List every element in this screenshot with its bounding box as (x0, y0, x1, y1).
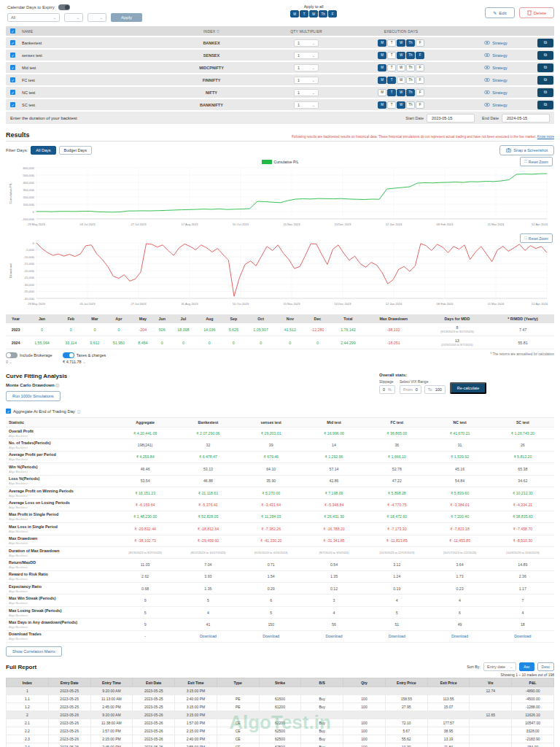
day-W-button[interactable]: W (397, 89, 405, 96)
run-simulations-button[interactable]: Run 1000x Simulations (6, 391, 61, 401)
strategy-link[interactable]: Strategy (459, 66, 532, 70)
day-T-button[interactable]: T (387, 89, 396, 96)
qty-multiplier-select[interactable]: 1⌄ (294, 39, 319, 47)
day-T-button[interactable]: T (300, 10, 308, 18)
strategy-link[interactable]: Strategy (459, 53, 532, 58)
download-trades-cell[interactable]: Download (303, 634, 365, 638)
trade-row[interactable]: 22023-05-269:20:00 AM2023-05-263:15:00 P… (7, 711, 554, 719)
download-trades-cell[interactable]: - (114, 634, 176, 638)
filter-select-1[interactable]: All⌄ (7, 13, 60, 22)
drawdown-chart[interactable]: 0-5,000-10,000-15,000-20,000-25,000-30,0… (6, 240, 553, 307)
strategy-checkbox[interactable]: ✓ (10, 65, 15, 70)
day-M-button[interactable]: M (378, 77, 386, 84)
calendar-days-toggle[interactable] (58, 4, 70, 10)
select-all-checkbox[interactable]: ✓ (10, 28, 15, 34)
day-Th-button[interactable]: Th (406, 101, 415, 109)
slippage-input[interactable]: 0% (379, 385, 395, 394)
include-brokerage-toggle[interactable] (6, 352, 18, 358)
download-trades-cell[interactable]: Download (240, 634, 303, 638)
day-Th-button[interactable]: Th (406, 64, 415, 71)
filter-icon[interactable]: ▽ (217, 29, 219, 34)
duplicate-strategy-button[interactable]: ⧉ (537, 51, 553, 60)
taxes-charges-toggle[interactable] (63, 352, 74, 358)
trade-row[interactable]: 2.42023-05-262:45:00 PM2023-05-262:55:00… (7, 743, 554, 747)
strategy-checkbox[interactable]: ✓ (10, 90, 15, 95)
day-F-button[interactable]: F (416, 89, 424, 96)
day-T-button[interactable]: T (387, 52, 396, 59)
filter-all-days-button[interactable]: All Days (31, 146, 55, 155)
qty-multiplier-select[interactable]: 1⌄ (294, 64, 319, 71)
day-F-button[interactable]: F (416, 52, 424, 59)
strategy-link[interactable]: Strategy (459, 41, 532, 45)
day-F-button[interactable]: F (416, 77, 424, 84)
recalculate-button[interactable]: Re-calculate (450, 382, 487, 394)
day-W-button[interactable]: W (397, 64, 405, 71)
download-trades-cell[interactable]: Download (491, 634, 554, 638)
day-F-button[interactable]: F (328, 10, 337, 18)
know-more-link[interactable]: Know more (537, 135, 554, 139)
strategy-link[interactable]: Strategy (459, 78, 532, 82)
day-F-button[interactable]: F (416, 39, 424, 47)
strategy-link[interactable]: Strategy (459, 90, 532, 95)
filter-budget-days-button[interactable]: Budget Days (59, 146, 93, 155)
strategy-checkbox[interactable]: ✓ (10, 53, 15, 58)
strategy-link[interactable]: Strategy (459, 103, 532, 107)
day-F-button[interactable]: F (416, 101, 424, 109)
strategy-checkbox[interactable]: ✓ (10, 102, 15, 107)
download-trades-cell[interactable]: Download (176, 634, 239, 638)
vix-to-input[interactable]: To100 (424, 385, 446, 394)
reset-zoom-button[interactable]: ⛶Reset Zoom (520, 157, 553, 166)
day-M-button[interactable]: M (378, 52, 386, 59)
day-T-button[interactable]: T (387, 77, 396, 84)
download-trades-cell[interactable]: Download (365, 634, 428, 638)
day-F-button[interactable]: F (416, 64, 424, 71)
download-trades-cell[interactable]: Download (428, 634, 491, 638)
day-W-button[interactable]: W (397, 52, 405, 59)
trade-row[interactable]: 2.22023-05-261:57:00 PM2023-05-262:15:00… (7, 727, 554, 735)
apply-button[interactable]: Apply (111, 13, 142, 22)
qty-multiplier-select[interactable]: 1⌄ (294, 77, 319, 84)
snap-screenshot-button[interactable]: Snap a Screenshot (499, 145, 554, 155)
trade-row[interactable]: 1.22023-05-252:45:00 PM2023-05-253:15:00… (7, 703, 554, 711)
day-W-button[interactable]: W (309, 10, 318, 18)
day-M-button[interactable]: M (378, 89, 386, 96)
day-W-button[interactable]: W (397, 77, 405, 84)
col-index[interactable]: INDEX ▽ (153, 29, 270, 34)
day-Th-button[interactable]: Th (406, 89, 415, 96)
day-M-button[interactable]: M (378, 39, 386, 47)
sort-select[interactable]: Entry date⌄ (483, 662, 516, 671)
trade-row[interactable]: 12023-05-259:20:00 AM2023-05-253:15:00 P… (7, 687, 554, 695)
day-M-button[interactable]: M (378, 64, 386, 71)
vix-from-input[interactable]: From0 (400, 385, 421, 394)
duplicate-strategy-button[interactable]: ⧉ (537, 76, 553, 85)
day-T-button[interactable]: T (387, 64, 396, 71)
sort-asc-button[interactable]: Asc (519, 662, 534, 671)
day-M-button[interactable]: M (378, 101, 386, 109)
duplicate-strategy-button[interactable]: ⧉ (537, 63, 553, 72)
day-Th-button[interactable]: Th (319, 10, 327, 18)
reset-zoom-button[interactable]: ⛶Reset Zoom (520, 233, 553, 243)
cumulative-pnl-chart[interactable]: 600,000500,000400,000300,000200,000100,0… (6, 165, 553, 228)
start-date-input[interactable]: 2023-05-15 (427, 114, 475, 123)
delete-button[interactable]: Delete (519, 7, 554, 18)
qty-multiplier-select[interactable]: 1⌄ (294, 52, 319, 59)
trade-row[interactable]: 2.32023-05-262:15:00 PM2023-05-262:40:00… (7, 735, 554, 743)
day-M-button[interactable]: M (290, 10, 299, 18)
duplicate-strategy-button[interactable]: ⧉ (537, 101, 553, 109)
filter-select-2[interactable]: ⌄ (64, 13, 83, 22)
day-Th-button[interactable]: Th (406, 52, 415, 59)
end-date-input[interactable]: 2024-05-15 (502, 114, 550, 123)
taxes-value[interactable]: ₹ 4,711.78 ⌄ (63, 360, 106, 364)
edit-button[interactable]: ✎ Edit (485, 7, 514, 18)
day-W-button[interactable]: W (397, 39, 405, 47)
day-Th-button[interactable]: Th (406, 77, 415, 84)
duplicate-strategy-button[interactable]: ⧉ (537, 39, 553, 47)
day-W-button[interactable]: W (397, 101, 405, 109)
brokerage-value[interactable]: 0 ⌄ (6, 360, 52, 364)
trade-row[interactable]: 2.12023-05-2611:38:00 AM2023-05-261:57:0… (7, 719, 554, 727)
qty-multiplier-select[interactable]: 1⌄ (294, 101, 319, 109)
show-correlation-button[interactable]: Show Correlation Matrix (6, 646, 62, 657)
strategy-checkbox[interactable]: ✓ (10, 40, 15, 45)
strategy-checkbox[interactable]: ✓ (10, 77, 15, 82)
day-T-button[interactable]: T (387, 39, 396, 47)
